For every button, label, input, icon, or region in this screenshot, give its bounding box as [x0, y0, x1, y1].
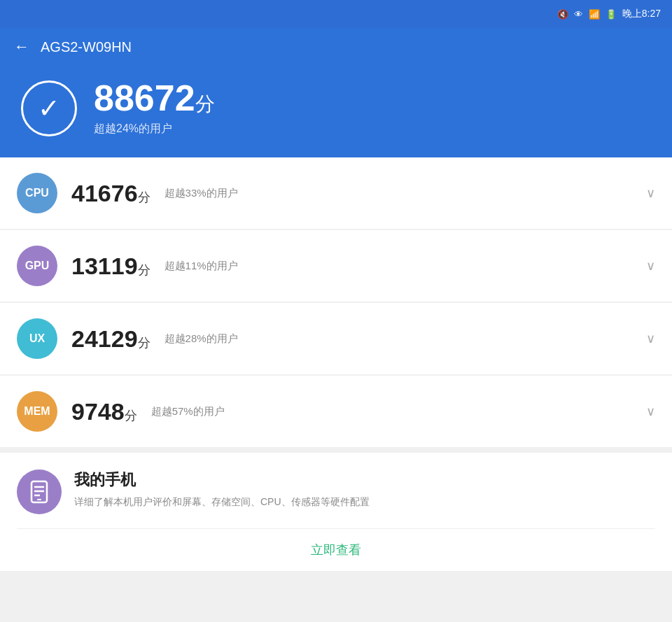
gpu-percentile: 超越11%的用户 — [164, 260, 238, 273]
time-label: 晚上8:27 — [622, 8, 661, 20]
cpu-row[interactable]: CPU 41676分 超越33%的用户 ∨ — [0, 157, 672, 229]
gpu-icon-badge: GPU — [17, 246, 57, 286]
cpu-chevron-icon: ∨ — [646, 185, 655, 201]
gpu-score-area: 13119分 超越11%的用户 — [71, 253, 632, 280]
check-circle: ✓ — [21, 80, 77, 136]
ux-percentile: 超越28%的用户 — [164, 332, 238, 346]
score-section: ✓ 88672分 超越24%的用户 — [0, 66, 672, 157]
view-now-button[interactable]: 立即查看 — [311, 543, 361, 557]
cpu-score-area: 41676分 超越33%的用户 — [71, 180, 632, 207]
my-phone-description: 详细了解本机用户评价和屏幕、存储空间、CPU、传感器等硬件配置 — [74, 495, 655, 509]
gpu-chevron-icon: ∨ — [646, 258, 655, 274]
my-phone-section: 我的手机 详细了解本机用户评价和屏幕、存储空间、CPU、传感器等硬件配置 立即查… — [0, 453, 672, 571]
ux-icon-badge: UX — [17, 318, 57, 359]
mute-icon: 🔇 — [557, 9, 568, 20]
check-icon: ✓ — [38, 95, 60, 122]
status-bar: 🔇 👁 📶 🔋 晚上8:27 — [0, 0, 672, 28]
score-info: 88672分 超越24%的用户 — [94, 80, 215, 136]
total-score-display: 88672分 — [94, 80, 215, 118]
wifi-icon: 📶 — [589, 9, 600, 20]
vision-icon: 👁 — [574, 9, 583, 20]
phone-list-icon — [27, 480, 51, 504]
cpu-percentile: 超越33%的用户 — [164, 187, 238, 200]
total-score-number: 88672 — [94, 78, 195, 118]
mem-score-area: 9748分 超越57%的用户 — [71, 398, 632, 425]
cpu-score: 41676分 — [71, 180, 150, 207]
my-phone-header: 我的手机 详细了解本机用户评价和屏幕、存储空间、CPU、传感器等硬件配置 — [17, 469, 655, 514]
gpu-score: 13119分 — [71, 253, 150, 280]
ux-chevron-icon: ∨ — [646, 331, 655, 346]
score-unit: 分 — [195, 93, 215, 115]
cpu-icon-badge: CPU — [17, 173, 57, 213]
ux-row[interactable]: UX 24129分 超越28%的用户 ∨ — [0, 303, 672, 374]
svg-rect-4 — [37, 499, 41, 500]
page-title: AGS2-W09HN — [41, 39, 132, 55]
mem-score: 9748分 — [71, 398, 137, 425]
my-phone-icon-badge — [17, 469, 62, 514]
mem-chevron-icon: ∨ — [646, 404, 655, 419]
my-phone-action-area[interactable]: 立即查看 — [17, 528, 655, 571]
my-phone-title: 我的手机 — [74, 469, 655, 490]
back-icon: ← — [14, 38, 29, 56]
ux-score: 24129分 — [71, 325, 150, 353]
my-phone-text-area: 我的手机 详细了解本机用户评价和屏幕、存储空间、CPU、传感器等硬件配置 — [74, 469, 655, 509]
gpu-row[interactable]: GPU 13119分 超越11%的用户 ∨ — [0, 230, 672, 302]
main-content: CPU 41676分 超越33%的用户 ∨ GPU 13119分 超越11%的用… — [0, 157, 672, 571]
score-subtitle: 超越24%的用户 — [94, 122, 215, 136]
battery-icon: 🔋 — [606, 9, 617, 20]
mem-percentile: 超越57%的用户 — [151, 405, 225, 418]
ux-score-area: 24129分 超越28%的用户 — [71, 325, 632, 353]
app-header: ← AGS2-W09HN — [0, 28, 672, 66]
back-button[interactable]: ← — [14, 38, 29, 56]
mem-row[interactable]: MEM 9748分 超越57%的用户 ∨ — [0, 376, 672, 447]
status-bar-icons: 🔇 👁 📶 🔋 晚上8:27 — [557, 8, 661, 20]
mem-icon-badge: MEM — [17, 391, 57, 432]
